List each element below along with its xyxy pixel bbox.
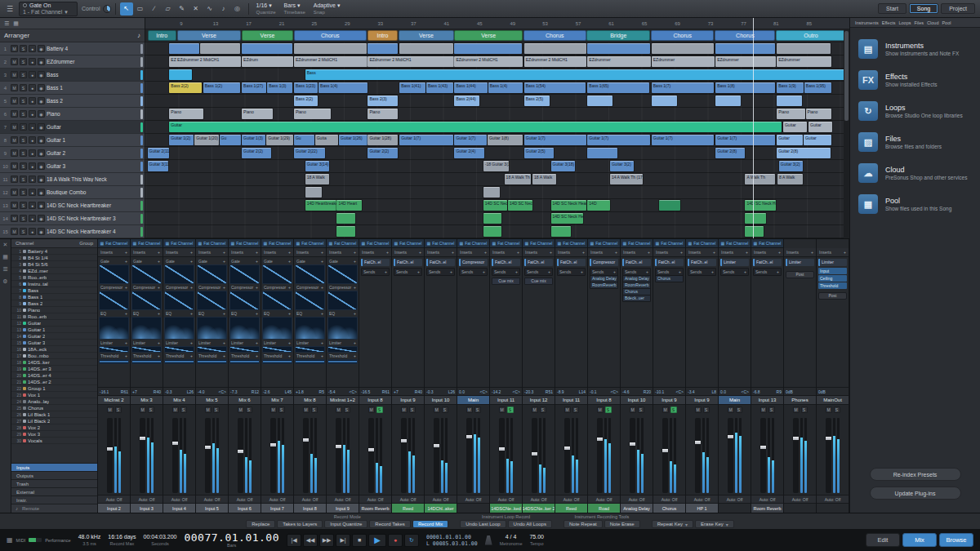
solo-button[interactable]: S: [409, 407, 416, 413]
gain-readout[interactable]: -8.9: [557, 389, 564, 394]
insert-plugin[interactable]: FatCh..el: [557, 259, 586, 266]
audio-clip[interactable]: Bass 1(4): [488, 82, 523, 93]
fat-module[interactable]: EQ+: [262, 310, 292, 340]
browser-tab[interactable]: Effects: [882, 20, 896, 25]
audio-clip[interactable]: Guitar 3(11): [148, 161, 169, 171]
module-graph[interactable]: [262, 291, 292, 310]
audio-clip[interactable]: [368, 43, 398, 54]
audio-clip[interactable]: EZdrum: [242, 56, 293, 67]
module-graph[interactable]: [164, 359, 194, 364]
track-lane[interactable]: 14D Heartbreaker (17) 14D Heart 14D SC N…: [145, 199, 849, 212]
module-graph[interactable]: [131, 359, 162, 364]
mute-button[interactable]: M: [11, 149, 18, 157]
monitor-button[interactable]: ◉: [38, 58, 45, 65]
inserts-header[interactable]: Inserts+: [425, 248, 457, 257]
insert-plugin[interactable]: Compressor: [590, 259, 618, 266]
fat-channel-tab[interactable]: ▦ Fat Channel: [719, 239, 751, 248]
fader-thumb[interactable]: [662, 448, 669, 453]
solo-button[interactable]: S: [20, 84, 27, 91]
fat-module[interactable]: Limiter+: [197, 340, 227, 353]
pan-readout[interactable]: L14: [579, 389, 586, 394]
audio-clip[interactable]: Bass 2(2): [169, 82, 202, 93]
gain-readout[interactable]: 0dB: [818, 389, 826, 394]
transport-button[interactable]: ◀◀: [303, 534, 318, 547]
grid-icon[interactable]: ▦: [2, 254, 8, 260]
channel-strip[interactable]: ▦ Fat Channel Inserts+ Gate+: [751, 239, 784, 513]
mute-button[interactable]: M: [826, 407, 832, 413]
solo-button[interactable]: S: [278, 407, 285, 413]
channel-strip[interactable]: ▦ Fat Channel Inserts+ Gate+: [196, 239, 229, 513]
input-chip[interactable]: Room Reverb: [751, 503, 783, 513]
pan-readout[interactable]: R20: [644, 389, 651, 394]
song-section[interactable]: Outro: [776, 30, 845, 41]
grid-icon[interactable]: ▦: [13, 20, 19, 27]
inserts-header[interactable]: Inserts+: [523, 248, 555, 257]
plus-icon[interactable]: +: [288, 311, 291, 316]
fader-track[interactable]: [434, 418, 439, 493]
page-nav-button[interactable]: Start: [878, 3, 906, 14]
automation-mode[interactable]: Auto: Off: [457, 495, 489, 503]
channel-strip[interactable]: ▦ Fat Channel Inserts+ Gate+: [588, 239, 621, 513]
audio-clip[interactable]: EZdrummer: [652, 56, 715, 67]
track-name[interactable]: EZdrummer: [47, 59, 139, 64]
mute-button[interactable]: M: [172, 407, 179, 413]
module-graph[interactable]: [164, 291, 194, 310]
channel-strip[interactable]: ▦ Fat Channel Inserts+ Gate+: [555, 239, 588, 513]
module-graph[interactable]: [197, 291, 227, 310]
channel-list-row[interactable]: 9 Bass 2: [11, 300, 97, 307]
automation-mode[interactable]: Auto: Off: [229, 495, 261, 503]
mute-button[interactable]: M: [597, 407, 604, 413]
insert-plugin[interactable]: FatCh..el: [655, 259, 684, 266]
fat-module[interactable]: Compressor+: [229, 284, 260, 310]
audio-clip[interactable]: [587, 148, 617, 158]
tool-icon[interactable]: ↖: [120, 2, 133, 16]
audio-clip[interactable]: EZdrummer 2 MidiCH1: [368, 56, 453, 67]
fat-module[interactable]: Threshold+: [262, 353, 292, 364]
track-row[interactable]: 13 M S ● ◉ 14D SC Neck Heartbreaker: [0, 199, 145, 212]
insert-plugin[interactable]: FatCh..el: [426, 259, 455, 266]
audio-clip[interactable]: Bass 1(8): [715, 82, 775, 93]
record-arm-button[interactable]: ●: [29, 162, 36, 170]
strip-name[interactable]: Input 10: [621, 395, 653, 405]
audio-clip[interactable]: Bass 1(4): [318, 82, 367, 93]
solo-button[interactable]: S: [20, 123, 27, 131]
mute-button[interactable]: M: [793, 407, 800, 413]
fader-track[interactable]: [238, 418, 243, 493]
transport-option-button[interactable]: Undo Last Loop: [460, 520, 506, 528]
sends-header[interactable]: Sends+: [623, 269, 650, 275]
fader-track[interactable]: [630, 418, 635, 493]
plus-icon[interactable]: +: [321, 353, 323, 358]
sends-header[interactable]: Sends+: [460, 269, 487, 275]
track-row[interactable]: 14 M S ● ◉ 14D SC Neck Heartbreaker 3: [0, 212, 145, 225]
fat-module[interactable]: Compressor+: [327, 284, 358, 310]
tool-icon[interactable]: ♪: [217, 2, 230, 16]
inserts-header[interactable]: Inserts+: [163, 248, 195, 257]
solo-button[interactable]: S: [115, 407, 122, 413]
automation-mode[interactable]: Auto: Off: [621, 495, 653, 503]
fat-channel-tab[interactable]: ▦ Fat Channel: [359, 239, 391, 248]
audio-clip[interactable]: Bass: [305, 69, 848, 80]
fader-thumb[interactable]: [792, 436, 800, 441]
insert-plugin[interactable]: FatCh..el: [688, 259, 716, 266]
inserts-header[interactable]: Inserts+: [327, 248, 359, 257]
module-graph[interactable]: [295, 264, 325, 284]
module-graph[interactable]: [99, 317, 129, 340]
gain-readout[interactable]: -0.3: [165, 389, 172, 394]
inserts-header[interactable]: Inserts+: [686, 248, 718, 257]
browser-item[interactable]: ▤ Instruments Show Instruments and Note …: [850, 34, 980, 64]
automation-mode[interactable]: Auto: Off: [555, 495, 587, 503]
channel-strip[interactable]: ▦ Fat Channel Inserts+ Gate+: [457, 239, 490, 513]
strip-name[interactable]: Main: [457, 395, 489, 405]
module-graph[interactable]: [131, 317, 162, 340]
song-section[interactable]: Verse: [177, 30, 241, 41]
audio-clip[interactable]: [587, 96, 612, 106]
insert-plugin[interactable]: FatCh..el: [394, 259, 422, 266]
record-arm-button[interactable]: ●: [29, 189, 36, 196]
plus-icon[interactable]: +: [125, 285, 127, 290]
channel-list-row[interactable]: 6 Instru..tal: [11, 281, 97, 287]
plus-icon[interactable]: +: [223, 285, 225, 290]
audio-clip[interactable]: Bass 2(2): [294, 96, 318, 106]
audio-clip[interactable]: [454, 43, 522, 54]
audio-clip[interactable]: [777, 96, 802, 106]
cue-mix-chip[interactable]: Cue mix: [524, 278, 553, 285]
